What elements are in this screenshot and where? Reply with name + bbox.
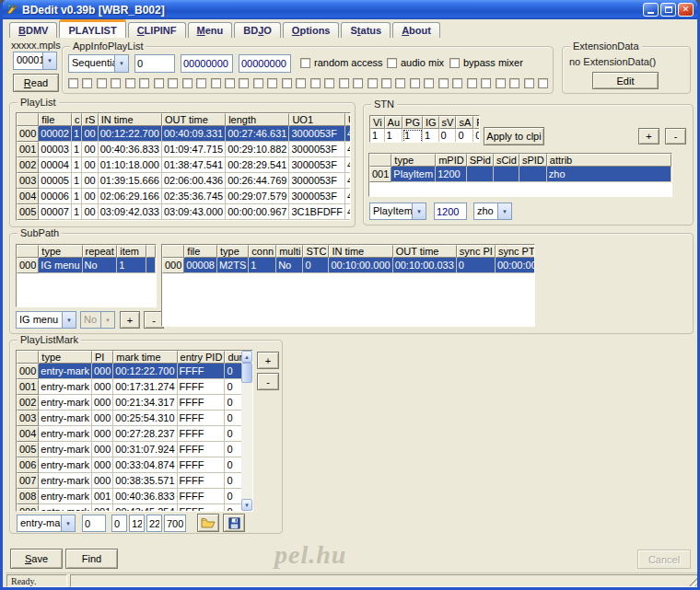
table-row[interactable]: 0050000710003:09:42.03303:09:43.00000:00… [17,204,351,220]
stn-type-select[interactable]: PlayItem ▼ [369,202,426,220]
stn-pid-field[interactable] [434,202,467,220]
column-header[interactable]: sV [439,116,457,129]
table-row[interactable]: 000entry-mark00000:12:22.700FFFF0 [17,364,253,379]
column-header[interactable]: mPID [436,154,467,167]
table-row[interactable]: 001entry-mark00000:17:31.274FFFF0 [17,379,253,395]
find-button[interactable]: Find [65,549,118,569]
uo-mask-checkbox[interactable] [339,78,349,88]
audio-mix-checkbox[interactable]: audio mix [387,57,444,68]
playback-type-select[interactable]: Sequential ▼ [68,54,129,73]
column-header[interactable]: Vi [370,116,385,129]
stn-remove-button[interactable]: - [665,128,686,145]
playlist-table[interactable]: filecrSIN timeOUT timelengthUO1UO2An 000… [16,112,351,221]
column-header[interactable]: OUT time [162,113,226,126]
uo-mask-checkbox[interactable] [139,78,149,88]
column-header[interactable]: entry PID [178,351,226,364]
tab-playlist[interactable]: PLAYLIST [59,19,125,38]
tab-clipinf[interactable]: CLIPINF [128,22,186,38]
column-header[interactable]: OUT time [393,245,457,258]
column-header[interactable]: sync PI [457,245,496,258]
table-row[interactable]: 007entry-mark00000:38:35.571FFFF0 [17,473,253,489]
random-access-checkbox[interactable]: random access [300,57,383,68]
uo-mask-checkbox[interactable] [324,78,334,88]
uo-mask-checkbox[interactable] [296,78,306,88]
uo-mask-checkbox[interactable] [353,78,363,88]
uo-mask-checkbox[interactable] [282,78,292,88]
apply-to-clpi-button[interactable]: Apply to clpi [484,127,544,145]
stn-lang-select[interactable]: zho ▼ [473,202,512,220]
table-row[interactable]: 004entry-mark00000:27:28.237FFFF0 [17,426,253,442]
column-header[interactable] [17,245,39,258]
column-header[interactable]: file [184,245,217,258]
subpath-table[interactable]: typerepeatitem 000IG menuNo1 [16,244,157,307]
column-header[interactable]: sA [456,116,473,129]
mark-type-select[interactable]: entry-mark ▼ [17,515,76,532]
uo-mask-checkbox[interactable] [310,78,321,88]
uo-mask-checkbox[interactable] [82,78,92,88]
table-row[interactable]: 0020000410001:10:18.00001:38:47.54100:28… [17,157,351,173]
uo-mask-checkbox[interactable] [496,78,506,88]
uo-mask-checkbox[interactable] [182,78,192,88]
column-header[interactable]: IN time [99,113,162,126]
mark-remove-button[interactable]: - [257,373,279,390]
mark-add-button[interactable]: + [257,352,279,369]
column-header[interactable]: c [72,113,83,126]
stn-stream-table[interactable]: typemPIDSPidsCidsPIDattrib 001PlayItem12… [368,153,672,197]
table-row[interactable]: 000IG menuNo1 [17,258,156,273]
uo-mask-checkbox[interactable] [467,78,477,88]
uo-mask-checkbox[interactable] [253,78,263,88]
table-row[interactable]: 005entry-mark00000:31:07.924FFFF0 [17,442,253,457]
column-header[interactable]: IG [423,116,439,129]
playback-count-field[interactable] [134,54,175,73]
column-header[interactable]: mark time [113,351,177,364]
uo-mask-checkbox[interactable] [239,78,249,88]
uo-mask-checkbox[interactable] [438,78,449,88]
uo-mask-checkbox[interactable] [68,78,78,88]
column-header[interactable]: PG [402,116,423,129]
mark-field-hh[interactable] [111,515,127,532]
uo-mask-checkbox[interactable] [481,78,491,88]
vertical-scrollbar[interactable]: ▲ ▼ [241,351,252,511]
stn-count-grid[interactable]: ViAuPGIGsVsAPIP 1111000 [369,115,480,143]
save-button[interactable]: Save [10,549,63,569]
bypass-mixer-checkbox[interactable]: bypass mixer [449,57,523,68]
table-row[interactable]: 003entry-mark00000:25:54.310FFFF0 [17,411,253,426]
column-header[interactable]: sPID [519,154,547,167]
column-header[interactable] [162,245,184,258]
column-header[interactable]: STC [303,245,329,258]
column-header[interactable]: type [391,154,436,167]
column-header[interactable]: UO1 [289,113,345,126]
mark-field-pi[interactable] [82,515,106,532]
column-header[interactable]: length [226,113,289,126]
column-header[interactable]: rS [82,113,98,126]
table-row[interactable]: 002entry-mark00000:21:34.317FFFF0 [17,395,253,411]
scroll-up-button[interactable]: ▲ [241,351,252,363]
tab-bdmv[interactable]: BDMV [9,22,57,38]
uo-mask-checkbox[interactable] [395,78,405,88]
uo-mask-checkbox[interactable] [538,78,548,88]
open-marks-button[interactable] [197,514,219,532]
table-row[interactable]: 0010000310000:40:36.83301:09:47.71500:29… [17,142,351,157]
uo-mask2-field[interactable] [239,54,291,73]
table-row[interactable]: 0040000610002:06:29.16602:35:36.74500:29… [17,189,351,204]
column-header[interactable]: attrib [547,154,671,167]
column-header[interactable]: multi [276,245,303,258]
uo-mask-checkbox[interactable] [97,78,107,88]
scrollbar-thumb[interactable] [241,363,252,383]
column-header[interactable]: UO2 [345,113,351,126]
column-header[interactable]: repeat [83,245,118,258]
scroll-down-button[interactable]: ▼ [241,499,252,511]
subpath-type-select[interactable]: IG menu ▼ [16,311,76,329]
column-header[interactable]: PIP [473,116,480,129]
file-number-select[interactable]: 00001 ▼ [13,52,57,70]
column-header[interactable]: item [117,245,146,258]
tab-status[interactable]: Status [341,22,391,38]
table-row[interactable]: 001PlayItem1200zho [369,167,671,182]
column-header[interactable]: type [39,245,82,258]
subplayitem-table[interactable]: filetypeconnmultiSTCIN timeOUT timesync … [161,244,535,327]
uo-mask-checkbox[interactable] [452,78,462,88]
mark-field-ss[interactable] [146,515,162,532]
uo-mask-checkbox[interactable] [381,78,391,88]
column-header[interactable]: IN time [329,245,392,258]
column-header[interactable]: file [39,113,72,126]
